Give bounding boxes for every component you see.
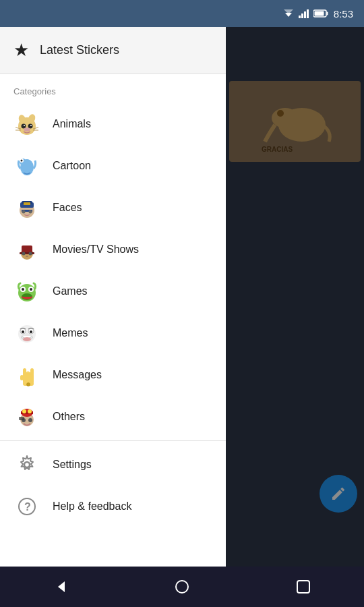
menu-item-messages[interactable]: Messages [0,354,226,396]
others-label: Others [53,411,85,423]
home-icon [174,579,190,595]
menu-item-animals[interactable]: Animals [0,103,226,145]
svg-point-33 [24,127,30,132]
memes-icon [13,320,40,347]
wifi-icon [282,9,295,18]
svg-rect-45 [24,202,30,205]
svg-point-83 [24,462,30,467]
svg-point-65 [22,330,24,333]
memes-label: Memes [53,327,88,339]
svg-rect-7 [326,12,328,16]
menu-item-settings[interactable]: Settings [0,444,226,486]
svg-rect-51 [20,252,34,254]
drawer-overlay[interactable] [226,27,364,580]
help-icon: ? [13,493,40,520]
svg-point-31 [24,125,25,126]
svg-rect-72 [26,371,30,375]
svg-rect-71 [20,375,24,380]
menu-item-movies[interactable]: Movies/TV Shows [0,229,226,270]
svg-point-47 [22,210,26,214]
svg-point-79 [28,418,32,422]
svg-text:?: ? [24,501,31,513]
svg-rect-88 [297,581,309,593]
status-icons [282,9,328,18]
faces-icon [13,194,40,221]
svg-rect-69 [23,368,26,375]
menu-item-memes[interactable]: Memes [0,312,226,354]
svg-rect-5 [307,9,309,18]
messages-label: Messages [53,369,102,381]
svg-point-48 [29,210,32,214]
menu-item-faces[interactable]: Faces [0,187,226,229]
svg-point-67 [23,337,31,341]
back-button[interactable] [40,567,81,607]
svg-rect-3 [301,13,303,18]
svg-point-74 [27,383,30,386]
svg-point-82 [28,409,32,413]
divider-1 [0,440,226,441]
recents-button[interactable] [283,567,324,607]
faces-label: Faces [53,202,82,214]
help-label: Help & feedback [53,500,131,513]
battery-icon [313,9,328,18]
movies-icon [13,236,40,263]
games-label: Games [53,285,88,297]
animals-icon [13,111,40,138]
star-icon: ★ [13,40,29,61]
menu-item-cartoon[interactable]: Cartoon [0,145,226,187]
status-bar: 8:53 [0,0,364,27]
animals-label: Animals [53,118,91,130]
svg-marker-1 [284,9,293,14]
menu-item-others[interactable]: Others [0,396,226,438]
settings-icon [13,451,40,478]
signal-icon [299,9,309,18]
others-icon [13,403,40,430]
svg-point-52 [22,252,26,256]
games-icon [13,278,40,305]
svg-rect-8 [314,11,324,16]
svg-point-32 [30,125,32,126]
categories-label: Categories [0,74,226,103]
home-button[interactable] [162,567,202,607]
svg-point-60 [30,288,32,291]
drawer-header[interactable]: ★ Latest Stickers [0,27,226,74]
svg-marker-86 [58,581,65,592]
svg-point-41 [21,160,23,162]
status-time: 8:53 [334,8,353,20]
svg-rect-54 [26,256,28,257]
back-icon [53,579,69,595]
svg-point-87 [176,581,188,593]
bottom-navigation [0,567,364,607]
settings-label: Settings [53,459,92,471]
movies-label: Movies/TV Shows [53,243,139,256]
svg-rect-80 [19,417,24,420]
drawer-title: Latest Stickers [40,43,119,57]
svg-rect-2 [299,16,301,18]
svg-rect-4 [304,11,306,18]
messages-icon [13,362,40,388]
menu-item-help[interactable]: ? Help & feedback [0,486,226,527]
cartoon-icon [13,152,40,179]
svg-point-81 [22,409,26,413]
cartoon-label: Cartoon [53,160,91,172]
recents-icon [296,579,311,594]
navigation-drawer: ★ Latest Stickers Categories [0,27,226,580]
svg-rect-70 [30,368,34,375]
menu-item-games[interactable]: Games [0,270,226,312]
svg-point-53 [29,252,32,256]
svg-point-59 [22,288,24,291]
svg-point-66 [30,330,32,333]
